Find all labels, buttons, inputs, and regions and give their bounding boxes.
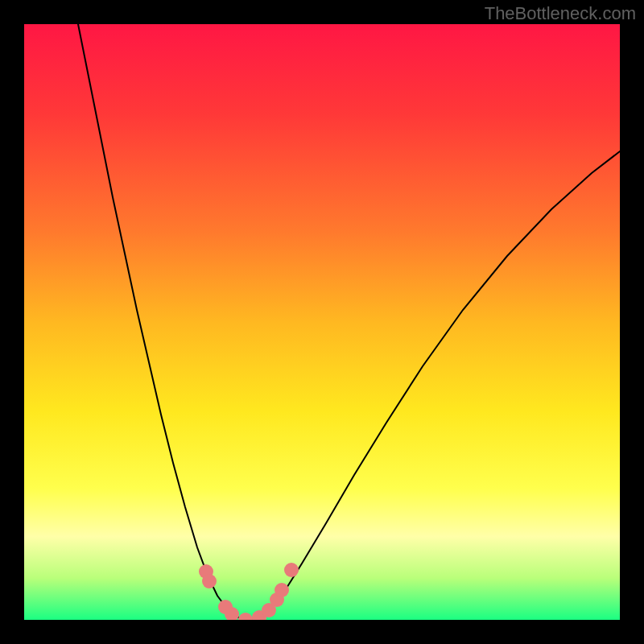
marker-point — [284, 563, 299, 577]
watermark-text: TheBottleneck.com — [485, 3, 636, 24]
marker-point — [225, 607, 239, 621]
chart-svg — [0, 0, 644, 644]
marker-point — [202, 574, 217, 588]
chart-container: TheBottleneck.com — [0, 0, 644, 644]
marker-point — [275, 583, 289, 597]
